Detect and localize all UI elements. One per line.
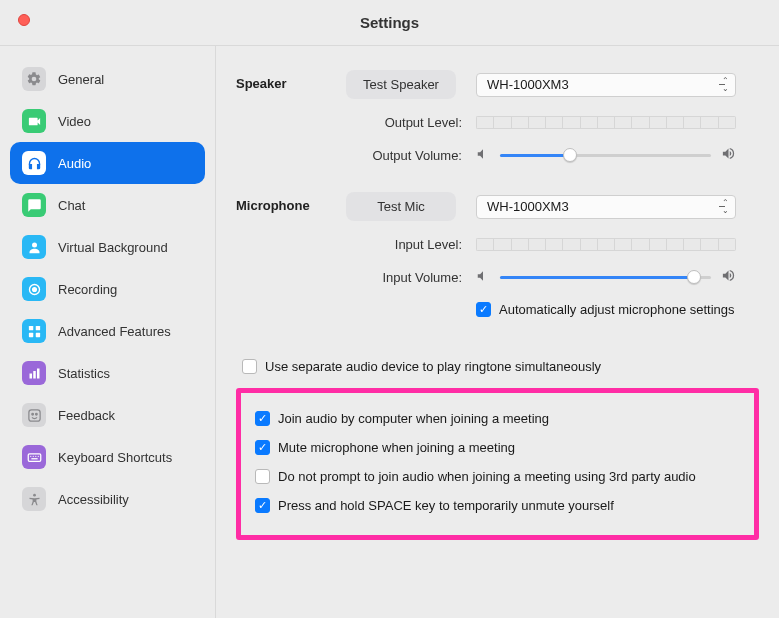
speaker-label: Speaker xyxy=(236,70,336,91)
grid-icon xyxy=(22,319,46,343)
svg-point-14 xyxy=(30,455,31,456)
svg-rect-6 xyxy=(35,332,39,336)
output-volume-row xyxy=(476,146,736,164)
svg-point-0 xyxy=(32,242,37,247)
audio-option-label: Do not prompt to join audio when joining… xyxy=(278,469,696,484)
audio-option-checkbox[interactable]: ✓ xyxy=(255,498,270,513)
audio-option-label: Mute microphone when joining a meeting xyxy=(278,440,515,455)
svg-point-2 xyxy=(32,287,36,291)
output-level-meter xyxy=(476,116,736,129)
headphones-icon xyxy=(22,151,46,175)
sidebar-item-general[interactable]: General xyxy=(10,58,205,100)
titlebar: Settings xyxy=(0,0,779,46)
volume-low-icon xyxy=(476,147,490,164)
volume-low-icon xyxy=(476,269,490,286)
input-level-meter xyxy=(476,238,736,251)
volume-high-icon xyxy=(721,146,736,164)
svg-rect-8 xyxy=(33,371,36,379)
audio-option-row: ✓Mute microphone when joining a meeting xyxy=(255,440,740,455)
microphone-label: Microphone xyxy=(236,192,336,213)
window-controls xyxy=(18,14,30,26)
sidebar-item-audio[interactable]: Audio xyxy=(10,142,205,184)
audio-option-label: Press and hold SPACE key to temporarily … xyxy=(278,498,614,513)
sidebar-item-video[interactable]: Video xyxy=(10,100,205,142)
svg-rect-4 xyxy=(35,325,39,329)
separate-audio-checkbox[interactable] xyxy=(242,359,257,374)
input-volume-slider[interactable] xyxy=(500,270,711,284)
audio-option-checkbox[interactable]: ✓ xyxy=(255,440,270,455)
sidebar-item-stats[interactable]: Statistics xyxy=(10,352,205,394)
audio-option-checkbox[interactable] xyxy=(255,469,270,484)
sidebar-item-label: Accessibility xyxy=(58,492,129,507)
audio-options-highlight: ✓Join audio by computer when joining a m… xyxy=(236,388,759,540)
svg-point-17 xyxy=(37,455,38,456)
person-icon xyxy=(22,235,46,259)
audio-option-row: Do not prompt to join audio when joining… xyxy=(255,469,740,484)
input-volume-label: Input Volume: xyxy=(236,270,466,285)
sidebar-item-label: Recording xyxy=(58,282,117,297)
video-icon xyxy=(22,109,46,133)
microphone-device-dropdown[interactable]: WH-1000XM3 ⌃⌄ xyxy=(476,195,736,219)
sidebar-item-feedback[interactable]: Feedback xyxy=(10,394,205,436)
svg-rect-3 xyxy=(28,325,32,329)
settings-sidebar: GeneralVideoAudioChatVirtual BackgroundR… xyxy=(0,46,216,618)
auto-adjust-row: ✓ Automatically adjust microphone settin… xyxy=(476,302,759,317)
audio-option-row: ✓Join audio by computer when joining a m… xyxy=(255,411,740,426)
chevron-updown-icon: ⌃⌄ xyxy=(722,77,729,93)
svg-point-11 xyxy=(31,413,33,415)
sidebar-item-label: Advanced Features xyxy=(58,324,171,339)
sidebar-item-shortcuts[interactable]: Keyboard Shortcuts xyxy=(10,436,205,478)
svg-rect-18 xyxy=(31,458,37,459)
audio-option-row: ✓Press and hold SPACE key to temporarily… xyxy=(255,498,740,513)
sidebar-item-label: Video xyxy=(58,114,91,129)
volume-high-icon xyxy=(721,268,736,286)
gear-icon xyxy=(22,67,46,91)
auto-adjust-label: Automatically adjust microphone settings xyxy=(499,302,735,317)
sidebar-item-advanced[interactable]: Advanced Features xyxy=(10,310,205,352)
svg-point-16 xyxy=(35,455,36,456)
settings-content: Speaker Test Speaker WH-1000XM3 ⌃⌄ Outpu… xyxy=(216,46,779,618)
sidebar-item-label: Keyboard Shortcuts xyxy=(58,450,172,465)
sidebar-item-chat[interactable]: Chat xyxy=(10,184,205,226)
svg-rect-9 xyxy=(37,368,40,378)
audio-option-checkbox[interactable]: ✓ xyxy=(255,411,270,426)
svg-rect-7 xyxy=(29,373,32,378)
sidebar-item-label: Audio xyxy=(58,156,91,171)
audio-option-label: Join audio by computer when joining a me… xyxy=(278,411,549,426)
input-volume-row xyxy=(476,268,736,286)
sidebar-item-vbg[interactable]: Virtual Background xyxy=(10,226,205,268)
window-title: Settings xyxy=(0,14,779,31)
auto-adjust-checkbox[interactable]: ✓ xyxy=(476,302,491,317)
speaker-device-value: WH-1000XM3 xyxy=(487,77,569,92)
access-icon xyxy=(22,487,46,511)
chevron-updown-icon: ⌃⌄ xyxy=(722,199,729,215)
close-window-button[interactable] xyxy=(18,14,30,26)
separate-audio-label: Use separate audio device to play ringto… xyxy=(265,359,601,374)
output-volume-label: Output Volume: xyxy=(236,148,466,163)
sidebar-item-label: General xyxy=(58,72,104,87)
sidebar-item-recording[interactable]: Recording xyxy=(10,268,205,310)
microphone-section: Microphone Test Mic WH-1000XM3 ⌃⌄ Input … xyxy=(236,192,759,331)
chat-icon xyxy=(22,193,46,217)
microphone-device-value: WH-1000XM3 xyxy=(487,199,569,214)
sidebar-item-label: Chat xyxy=(58,198,85,213)
input-level-label: Input Level: xyxy=(236,237,466,252)
test-mic-button[interactable]: Test Mic xyxy=(346,192,456,221)
test-speaker-button[interactable]: Test Speaker xyxy=(346,70,456,99)
speaker-section: Speaker Test Speaker WH-1000XM3 ⌃⌄ Outpu… xyxy=(236,70,759,164)
svg-rect-10 xyxy=(28,409,39,420)
output-volume-slider[interactable] xyxy=(500,148,711,162)
record-icon xyxy=(22,277,46,301)
separate-audio-row: Use separate audio device to play ringto… xyxy=(242,359,759,374)
sidebar-item-label: Feedback xyxy=(58,408,115,423)
chart-icon xyxy=(22,361,46,385)
keyboard-icon xyxy=(22,445,46,469)
output-level-label: Output Level: xyxy=(236,115,466,130)
svg-rect-13 xyxy=(28,453,41,461)
sidebar-item-accessibility[interactable]: Accessibility xyxy=(10,478,205,520)
svg-point-12 xyxy=(35,413,37,415)
sidebar-item-label: Virtual Background xyxy=(58,240,168,255)
face-icon xyxy=(22,403,46,427)
speaker-device-dropdown[interactable]: WH-1000XM3 ⌃⌄ xyxy=(476,73,736,97)
svg-point-19 xyxy=(33,493,36,496)
